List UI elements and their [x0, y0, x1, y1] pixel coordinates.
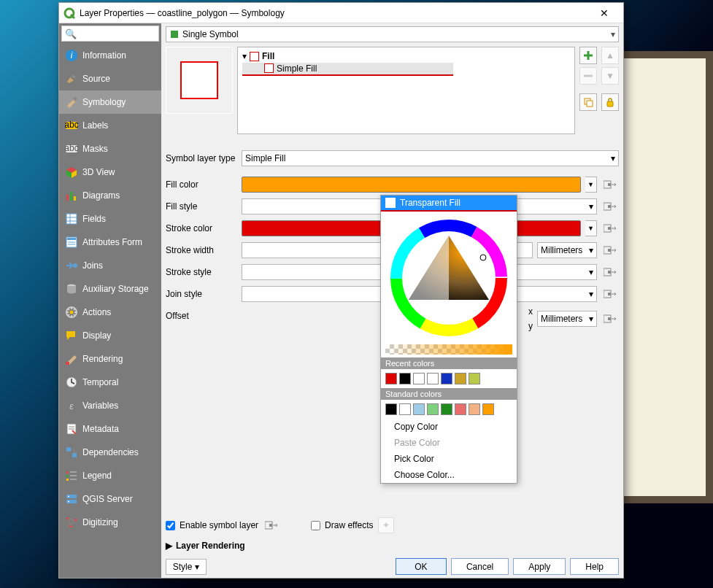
move-up-button[interactable]: ▲	[601, 47, 619, 64]
duplicate-symbol-layer-button[interactable]	[579, 93, 597, 111]
svg-rect-66	[269, 524, 272, 527]
tab-legend[interactable]: Legend	[59, 464, 161, 487]
color-swatch[interactable]	[427, 403, 439, 415]
stroke-width-unit-combo[interactable]: Millimeters▾	[537, 242, 597, 258]
tab-variables[interactable]: εVariables	[59, 394, 161, 417]
minus-icon	[583, 71, 593, 81]
lock-button[interactable]	[601, 93, 619, 111]
tab-masks[interactable]: abcMasks	[59, 137, 161, 160]
color-swatch[interactable]	[441, 373, 452, 384]
transparent-fill-option[interactable]: Transparent Fill	[381, 196, 517, 212]
svg-text:abc: abc	[65, 120, 78, 130]
color-swatch[interactable]	[385, 373, 397, 384]
fields-icon	[65, 212, 78, 225]
color-swatch[interactable]	[413, 373, 425, 384]
symbol-layer-tree[interactable]: ▾ Fill Simple Fill	[237, 47, 575, 134]
tab-symbology[interactable]: Symbology	[59, 90, 161, 114]
tab-actions[interactable]: Actions	[59, 301, 161, 324]
single-symbol-icon	[169, 29, 180, 39]
data-defined-override-button[interactable]	[601, 198, 619, 214]
choose-color-item[interactable]: Choose Color...	[381, 467, 517, 483]
tree-row-fill[interactable]: ▾ Fill	[242, 50, 570, 63]
duplicate-icon	[583, 97, 593, 107]
move-down-button[interactable]: ▼	[601, 67, 619, 85]
temporal-icon	[65, 376, 78, 389]
help-button[interactable]: Help	[570, 558, 619, 575]
tab-source[interactable]: Source	[59, 67, 161, 90]
color-swatch[interactable]	[482, 403, 494, 415]
tab-dependencies[interactable]: Dependencies	[59, 441, 161, 464]
tab-labels[interactable]: abcLabels	[59, 114, 161, 137]
tab-digitizing[interactable]: Digitizing	[59, 511, 161, 534]
window-title: Layer Properties — coastline_polygon — S…	[80, 8, 590, 18]
tab-qgis-server[interactable]: QGIS Server	[59, 487, 161, 511]
symbol-layer-type-combo[interactable]: Simple Fill▾	[242, 150, 619, 166]
tab-joins[interactable]: Joins	[59, 254, 161, 277]
style-button[interactable]: Style▾	[166, 559, 207, 575]
svg-rect-8	[66, 195, 69, 201]
tab-rendering[interactable]: Rendering	[59, 347, 161, 371]
data-defined-override-button[interactable]	[263, 517, 280, 533]
data-defined-override-button[interactable]	[601, 220, 619, 236]
color-swatch[interactable]	[413, 403, 425, 415]
labels-icon: abc	[65, 119, 78, 132]
svg-rect-60	[608, 271, 611, 274]
pick-color-item[interactable]: Pick Color	[381, 451, 517, 467]
override-icon	[604, 266, 617, 278]
server-icon	[65, 492, 78, 506]
color-swatch[interactable]	[399, 403, 411, 415]
tab-information[interactable]: iInformation	[59, 44, 161, 67]
color-swatch[interactable]	[469, 373, 480, 384]
color-swatch[interactable]	[399, 373, 411, 384]
enable-symbol-layer-checkbox[interactable]	[166, 521, 175, 530]
data-defined-override-button[interactable]	[601, 286, 619, 302]
ok-button[interactable]: OK	[396, 558, 447, 575]
color-swatch[interactable]	[455, 373, 466, 384]
draw-effects-checkbox[interactable]	[311, 521, 320, 530]
remove-symbol-layer-button[interactable]	[579, 67, 597, 85]
svg-point-22	[70, 311, 74, 314]
add-symbol-layer-button[interactable]	[579, 47, 597, 64]
data-defined-override-button[interactable]	[601, 311, 619, 327]
cancel-button[interactable]: Cancel	[451, 558, 509, 575]
stroke-color-dropdown[interactable]: ▼	[585, 220, 597, 236]
svg-rect-23	[66, 362, 69, 365]
color-picker-popup: Transparent Fill	[380, 195, 517, 484]
fill-color-button[interactable]	[242, 177, 581, 193]
symbol-mode-combo[interactable]: Single Symbol ▾	[166, 26, 619, 42]
tab-diagrams[interactable]: Diagrams	[59, 184, 161, 207]
sidebar-search[interactable]: 🔍	[61, 26, 159, 42]
apply-button[interactable]: Apply	[513, 558, 566, 575]
tab-metadata[interactable]: Metadata	[59, 417, 161, 441]
data-defined-override-button[interactable]	[601, 264, 619, 280]
expand-icon[interactable]: ▾	[242, 51, 247, 61]
effects-button[interactable]: ✦	[378, 517, 394, 533]
alpha-slider[interactable]	[385, 344, 512, 355]
color-swatch[interactable]	[441, 403, 452, 415]
layer-rendering-toggle[interactable]: ▶ Layer Rendering	[166, 541, 619, 551]
tab-display[interactable]: Display	[59, 324, 161, 347]
tree-row-simple-fill[interactable]: Simple Fill	[242, 63, 453, 76]
data-defined-override-button[interactable]	[601, 242, 619, 258]
tab-temporal[interactable]: Temporal	[59, 371, 161, 394]
tab-auxiliary-storage[interactable]: Auxiliary Storage	[59, 277, 161, 301]
tab-fields[interactable]: Fields	[59, 207, 161, 231]
svg-rect-62	[608, 293, 611, 295]
copy-color-item[interactable]: Copy Color	[381, 419, 517, 435]
fill-color-dropdown[interactable]: ▼	[585, 177, 597, 193]
tab-3dview[interactable]: 3D View	[59, 160, 161, 184]
color-swatch[interactable]	[427, 373, 439, 384]
tab-attributes-form[interactable]: Attributes Form	[59, 231, 161, 254]
override-icon	[604, 201, 617, 212]
standard-colors-row	[381, 400, 517, 419]
color-swatch[interactable]	[455, 403, 466, 415]
offset-unit-combo[interactable]: Millimeters▾	[537, 311, 597, 327]
color-swatch[interactable]	[469, 403, 480, 415]
color-wheel[interactable]	[381, 212, 517, 344]
data-defined-override-button[interactable]	[601, 177, 619, 193]
close-button[interactable]: ✕	[590, 7, 619, 19]
color-swatch[interactable]	[385, 403, 397, 415]
svg-text:abc: abc	[65, 143, 78, 153]
simple-fill-swatch	[264, 63, 274, 73]
override-icon	[604, 288, 617, 300]
